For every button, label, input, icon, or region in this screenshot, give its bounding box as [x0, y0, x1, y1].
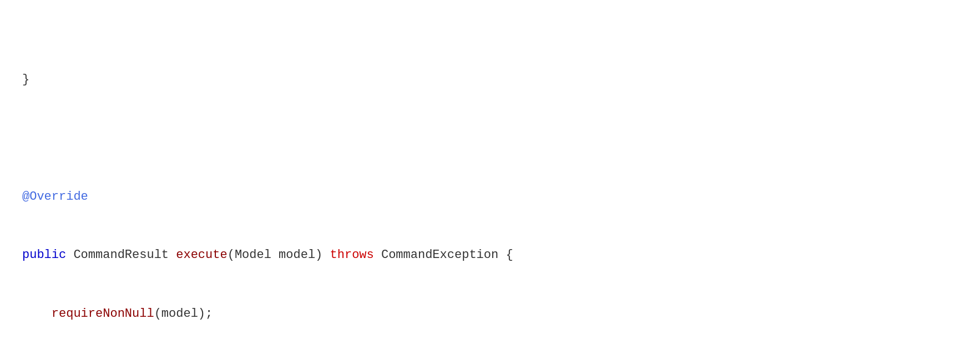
- line-require: requireNonNull(model);: [22, 304, 958, 323]
- code-block: } @Override public CommandResult execute…: [22, 11, 958, 344]
- line-closing-brace-top: }: [22, 70, 958, 89]
- line-override: @Override: [22, 187, 958, 206]
- line-method-sig: public CommandResult execute(Model model…: [22, 245, 958, 265]
- line-blank-1: [22, 128, 958, 148]
